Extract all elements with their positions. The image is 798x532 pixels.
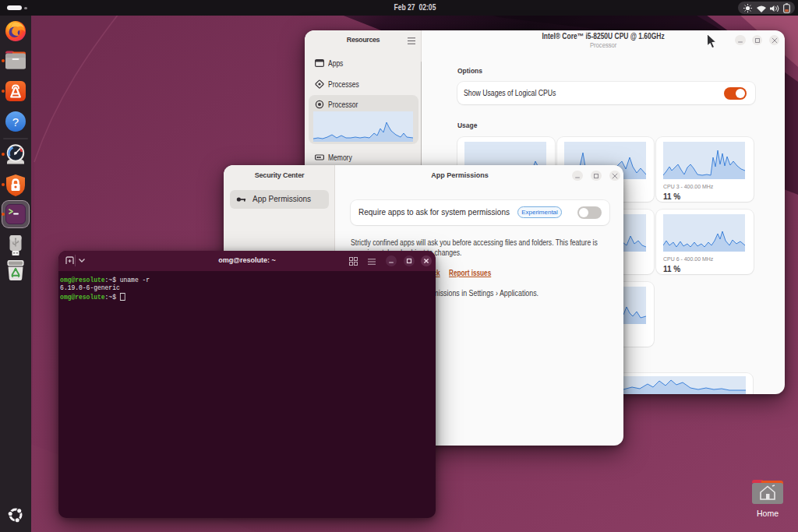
svg-text:?: ?: [12, 115, 19, 129]
